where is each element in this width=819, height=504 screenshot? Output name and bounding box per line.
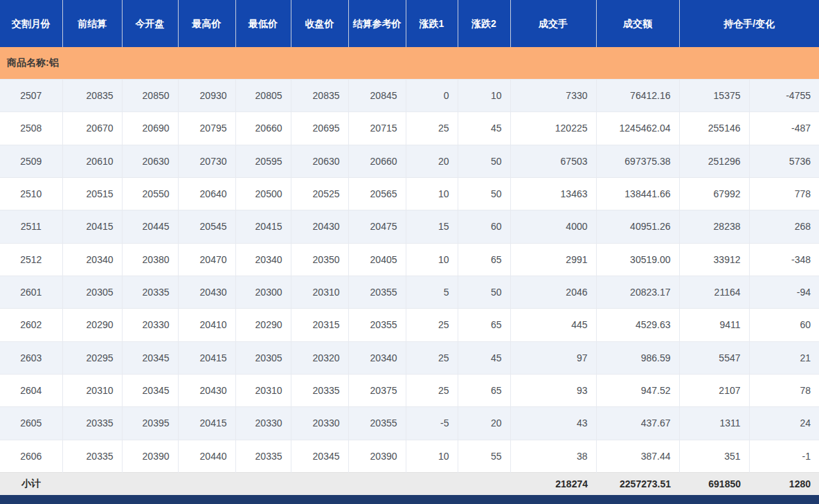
cell-delivery-month: 2508	[0, 112, 62, 145]
product-name-row: 商品名称:铝	[0, 47, 819, 80]
cell-settlement-ref-price: 20340	[348, 341, 406, 374]
cell-prev-settlement: 20340	[62, 243, 122, 276]
cell-prev-settlement: 20305	[62, 276, 122, 308]
col-header-today-open: 今开盘	[122, 0, 178, 47]
cell-close-price: 20430	[291, 210, 348, 243]
cell-volume: 4000	[510, 210, 596, 243]
cell-change-1: 10	[406, 177, 458, 210]
cell-today-open: 20345	[122, 374, 178, 406]
cell-low-price: 20310	[235, 374, 291, 406]
cell-oi-change: 21	[749, 341, 819, 374]
cell-settlement-ref-price: 20715	[348, 112, 406, 145]
cell-open-interest: 5547	[679, 341, 749, 374]
cell-prev-settlement: 20610	[62, 145, 122, 177]
cell-open-interest: 21164	[679, 276, 749, 308]
cell-change-2: 65	[458, 309, 510, 341]
cell-low-price: 20335	[235, 440, 291, 472]
cell-low-price: 20290	[235, 309, 291, 341]
subtotal-row: 小计2182742257273.516918501280	[0, 472, 819, 495]
cell-delivery-month: 2605	[0, 407, 62, 440]
cell-delivery-month: 2507	[0, 80, 62, 112]
cell-settlement-ref-price: 20375	[348, 374, 406, 406]
cell-turnover: 40951.26	[596, 210, 679, 243]
table-row: 2508206702069020795206602069520715254512…	[0, 112, 819, 145]
cell-close-price: 20310	[291, 276, 348, 308]
cell-high-price: 20795	[178, 112, 235, 145]
cell-settlement-ref-price: 20355	[348, 309, 406, 341]
cell-change-2: 10	[458, 80, 510, 112]
cell-prev-settlement: 20670	[62, 112, 122, 145]
cell-delivery-month: 2509	[0, 145, 62, 177]
table-row: 2603202952034520415203052032020340254597…	[0, 341, 819, 374]
cell-volume: 67503	[510, 145, 596, 177]
cell-oi-change: 60	[749, 309, 819, 341]
cell-settlement-ref-price: 20660	[348, 145, 406, 177]
cell-turnover: 30519.00	[596, 243, 679, 276]
table-header-row: 交割月份前结算今开盘最高价最低价收盘价结算参考价涨跌1涨跌2成交手成交额持仓手/…	[0, 0, 819, 47]
cell-volume: 38	[510, 440, 596, 472]
cell-oi-change: -487	[749, 112, 819, 145]
table-row: 2601203052033520430203002031020355550204…	[0, 276, 819, 308]
cell-today-open: 20630	[122, 145, 178, 177]
cell-change-2: 45	[458, 341, 510, 374]
col-header-volume: 成交手	[510, 0, 596, 47]
cell-settlement-ref-price: 20565	[348, 177, 406, 210]
cell-volume: 2991	[510, 243, 596, 276]
cell-close-price: 20315	[291, 309, 348, 341]
cell-close-price: 20630	[291, 145, 348, 177]
cell-high-price: 20545	[178, 210, 235, 243]
cell-low-price: 20805	[235, 80, 291, 112]
cell-prev-settlement: 20310	[62, 374, 122, 406]
cell-low-price: 20300	[235, 276, 291, 308]
cell-today-open: 20345	[122, 341, 178, 374]
cell-delivery-month: 2510	[0, 177, 62, 210]
cell-high-price: 20410	[178, 309, 235, 341]
cell-change-2: 50	[458, 145, 510, 177]
cell-prev-settlement: 20835	[62, 80, 122, 112]
cell-high-price: 20730	[178, 145, 235, 177]
cell-delivery-month: 2603	[0, 341, 62, 374]
subtotal-volume: 218274	[510, 472, 596, 495]
cell-settlement-ref-price: 20355	[348, 276, 406, 308]
cell-volume: 2046	[510, 276, 596, 308]
table-row: 2605203352039520415203302033020355-52043…	[0, 407, 819, 440]
cell-turnover: 20823.17	[596, 276, 679, 308]
cell-today-open: 20335	[122, 276, 178, 308]
table-row: 2511204152044520545204152043020475156040…	[0, 210, 819, 243]
cell-oi-change: 268	[749, 210, 819, 243]
col-header-delivery-month: 交割月份	[0, 0, 62, 47]
cell-change-1: 20	[406, 145, 458, 177]
cell-change-2: 20	[458, 407, 510, 440]
cell-high-price: 20930	[178, 80, 235, 112]
cell-change-2: 60	[458, 210, 510, 243]
cell-volume: 97	[510, 341, 596, 374]
cell-close-price: 20350	[291, 243, 348, 276]
cell-prev-settlement: 20295	[62, 341, 122, 374]
col-header-high-price: 最高价	[178, 0, 235, 47]
cell-delivery-month: 2512	[0, 243, 62, 276]
cell-high-price: 20415	[178, 341, 235, 374]
cell-today-open: 20380	[122, 243, 178, 276]
cell-oi-change: 24	[749, 407, 819, 440]
cell-turnover: 4529.63	[596, 309, 679, 341]
cell-high-price: 20640	[178, 177, 235, 210]
cell-oi-change: -4755	[749, 80, 819, 112]
cell-open-interest: 15375	[679, 80, 749, 112]
cell-prev-settlement: 20415	[62, 210, 122, 243]
cell-change-2: 65	[458, 374, 510, 406]
cell-settlement-ref-price: 20475	[348, 210, 406, 243]
cell-close-price: 20835	[291, 80, 348, 112]
cell-low-price: 20340	[235, 243, 291, 276]
product-name-label: 商品名称:铝	[0, 47, 819, 80]
table-row: 2602202902033020410202902031520355256544…	[0, 309, 819, 341]
cell-volume: 13463	[510, 177, 596, 210]
cell-oi-change: -1	[749, 440, 819, 472]
cell-low-price: 20330	[235, 407, 291, 440]
cell-low-price: 20415	[235, 210, 291, 243]
cell-settlement-ref-price: 20390	[348, 440, 406, 472]
cell-change-1: -5	[406, 407, 458, 440]
cell-oi-change: -348	[749, 243, 819, 276]
cell-change-1: 10	[406, 243, 458, 276]
cell-settlement-ref-price: 20845	[348, 80, 406, 112]
cell-low-price: 20660	[235, 112, 291, 145]
